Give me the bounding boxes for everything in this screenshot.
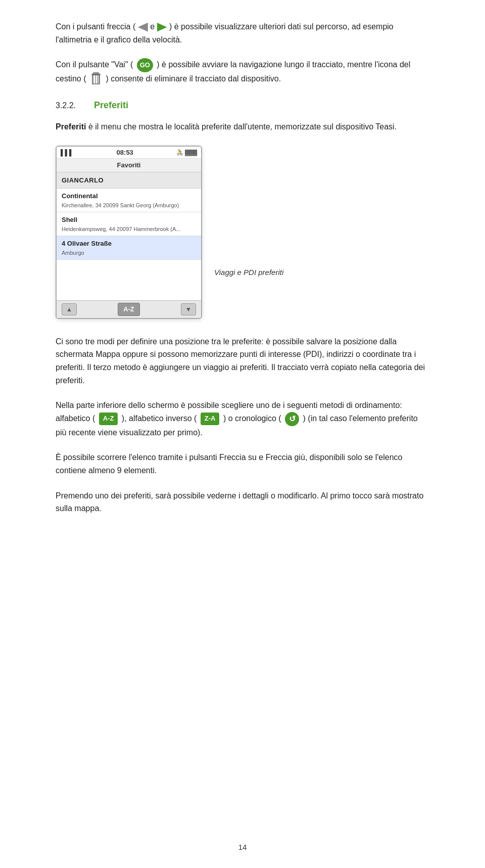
svg-rect-0 <box>92 73 100 74</box>
svg-rect-4 <box>99 75 100 84</box>
svg-rect-2 <box>91 74 101 75</box>
item-addr: Kirchenallee, 34 20099 Sankt Georg (Ambu… <box>62 201 196 210</box>
section-desc: Preferiti è il menu che mostra le locali… <box>56 120 429 133</box>
svg-rect-5 <box>92 83 100 84</box>
go-button-icon: GO <box>137 58 153 72</box>
intro-para1: Con i pulsanti freccia ( e ) è possibile… <box>56 20 429 46</box>
mockup-caption: Viaggi e PDI preferiti <box>214 146 283 279</box>
item-addr: Amburgo <box>62 249 196 257</box>
device-empty-space <box>57 260 201 300</box>
trash-icon <box>90 72 102 86</box>
arrow-left-icon <box>138 23 148 32</box>
device-time: 08:53 <box>117 148 133 158</box>
signal-icon: ▌▌▌ <box>61 148 74 157</box>
device-statusbar: ▌▌▌ 08:53 🚴 ▓▓▓ <box>57 147 201 159</box>
clock-icon: ↺ <box>285 412 299 426</box>
device-title-bar: Favoriti <box>57 159 201 172</box>
za-icon: Z-A <box>201 413 220 425</box>
item-addr: Heidenkampsweg, 44 20097 Hammerbrook (A.… <box>62 225 196 234</box>
bike-icon: 🚴 <box>176 148 183 157</box>
mockup-row: ▌▌▌ 08:53 🚴 ▓▓▓ Favoriti GIANCARLO Conti… <box>56 146 429 323</box>
body-para3: È possibile scorrere l'elenco tramite i … <box>56 451 429 477</box>
list-item-selected[interactable]: 4 Olivaer Straße Amburgo <box>57 236 201 260</box>
body-para2: Nella parte inferiore dello schermo è po… <box>56 399 429 439</box>
body-para4: Premendo uno dei preferiti, sarà possibi… <box>56 489 429 515</box>
device-user-row: GIANCARLO <box>57 172 201 189</box>
page: Con i pulsanti freccia ( e ) è possibile… <box>25 0 460 868</box>
section-title: Preferiti <box>94 99 128 112</box>
list-item[interactable]: Shell Heidenkampsweg, 44 20097 Hammerbro… <box>57 212 201 236</box>
section-number: 3.2.2. <box>56 100 86 112</box>
intro-para2: Con il pulsante "Vai" ( GO ) è possibile… <box>56 58 429 86</box>
item-name: Shell <box>62 215 196 225</box>
svg-rect-1 <box>93 72 99 73</box>
page-number: 14 <box>25 842 460 853</box>
arrow-right-icon <box>157 23 167 32</box>
svg-rect-3 <box>92 75 93 84</box>
battery-icon: ▓▓▓ <box>185 148 197 157</box>
device-bottombar: ▲ A-Z ▼ <box>57 300 201 318</box>
list-item[interactable]: Continental Kirchenallee, 34 20099 Sankt… <box>57 189 201 212</box>
item-name: Continental <box>62 191 196 201</box>
svg-rect-7 <box>97 75 98 83</box>
svg-rect-6 <box>95 75 96 83</box>
item-name: 4 Olivaer Straße <box>62 239 196 249</box>
az-icon: A-Z <box>99 413 118 425</box>
device-mockup: ▌▌▌ 08:53 🚴 ▓▓▓ Favoriti GIANCARLO Conti… <box>56 146 202 323</box>
device-az-btn[interactable]: A-Z <box>118 303 140 316</box>
section-header: 3.2.2. Preferiti <box>56 99 429 112</box>
body-para1: Ci sono tre modi per definire una posizi… <box>56 335 429 387</box>
device-arrow-down-btn[interactable]: ▼ <box>181 303 196 315</box>
device-arrow-up-btn[interactable]: ▲ <box>62 303 77 315</box>
device-icons: 🚴 ▓▓▓ <box>176 148 197 157</box>
section-desc-bold: Preferiti <box>56 122 86 131</box>
device-screen: ▌▌▌ 08:53 🚴 ▓▓▓ Favoriti GIANCARLO Conti… <box>56 146 202 319</box>
